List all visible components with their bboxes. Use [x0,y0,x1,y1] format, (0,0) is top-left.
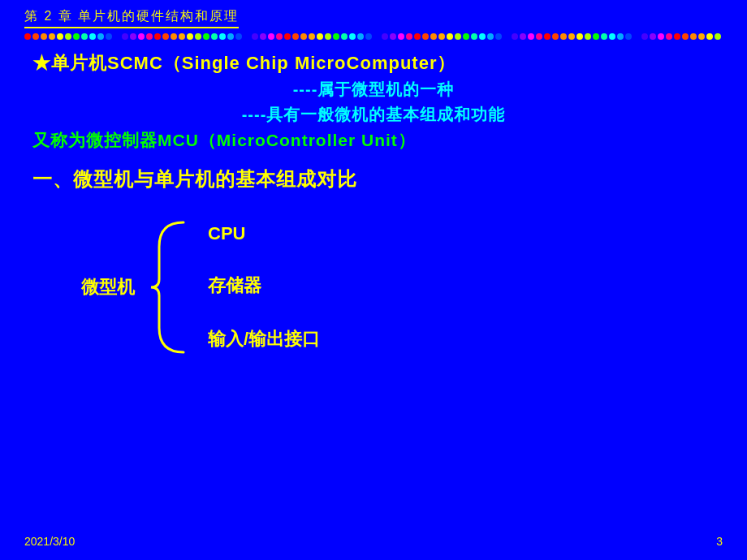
dot [244,33,250,40]
dot [162,33,169,40]
dot [114,33,120,40]
dot [187,33,193,40]
slide-title: 第 2 章 单片机的硬件结构和原理 [24,8,239,28]
dot [138,33,145,40]
dot [438,33,445,40]
dot [576,33,583,40]
dot [406,33,412,40]
dot [471,33,477,40]
dot [227,33,234,40]
dot [641,33,648,40]
dot [528,33,534,40]
dot [219,33,226,40]
dot [203,33,209,40]
dot [666,33,672,40]
dot [609,33,615,40]
dot [463,33,469,40]
title-bar: 第 2 章 单片机的硬件结构和原理 [24,8,723,28]
dot [365,33,372,40]
dot [520,33,526,40]
dot [625,33,632,40]
dot [57,33,63,40]
dot [106,33,112,40]
dot [715,33,721,40]
right-items: CPU 存储器 输入/输出接口 [208,209,320,366]
dot [422,33,429,40]
dot [585,33,591,40]
dot [601,33,607,40]
dot [552,33,559,40]
dots-row [24,33,723,40]
diagram-area: 微型机 CPU 存储器 输入/输出接口 [81,209,715,366]
dot [154,33,161,40]
dot [276,33,283,40]
dot [674,33,680,40]
dot [544,33,551,40]
dot [536,33,542,40]
dot [32,33,39,40]
slide: 第 2 章 单片机的硬件结构和原理 ★单片机SCMC（Single Chip M… [0,0,747,560]
main-content: ★单片机SCMC（Single Chip MicroComputer） ----… [24,51,723,366]
dot [97,33,104,40]
dot [89,33,96,40]
dot [447,33,453,40]
item-cpu: CPU [208,209,320,259]
dot [341,33,348,40]
brace-icon [143,214,192,360]
dot [195,33,201,40]
dot [49,33,55,40]
dot [171,33,177,40]
dot [382,33,388,40]
dot [650,33,656,40]
dot [495,33,502,40]
dot [41,33,47,40]
dot [325,33,331,40]
dot [81,33,88,40]
dot [487,33,494,40]
dot [398,33,404,40]
dot [617,33,624,40]
dot [593,33,599,40]
dot [309,33,315,40]
dot [235,33,242,40]
dot [430,33,437,40]
dot [690,33,697,40]
dot [268,33,274,40]
dot [300,33,307,40]
dot [374,33,380,40]
dot [390,33,396,40]
item-io: 输入/输出接口 [208,312,320,366]
dot [146,33,153,40]
dot [568,33,575,40]
dot [349,33,356,40]
dot [698,33,705,40]
line2: ----属于微型机的一种 [32,79,715,101]
dot [414,33,421,40]
item-memory: 存储器 [208,259,320,312]
dot [317,33,323,40]
dot [179,33,185,40]
footer-page: 3 [716,535,723,548]
dot [292,33,299,40]
footer: 2021/3/10 3 [24,535,723,548]
dot [284,33,291,40]
line3: ----具有一般微机的基本组成和功能 [32,104,715,126]
micro-label: 微型机 [81,275,135,299]
dot [65,33,71,40]
dot [260,33,266,40]
line4: 又称为微控制器MCU（MicroController Unit） [32,129,715,152]
dot [24,33,31,40]
dot [658,33,664,40]
dot [503,33,510,40]
dot [479,33,486,40]
dot [455,33,461,40]
dot [252,33,258,40]
dot [512,33,518,40]
dot [333,33,339,40]
dot [633,33,640,40]
dot [73,33,80,40]
dot [130,33,136,40]
dot [560,33,567,40]
dot [211,33,218,40]
dot [122,33,128,40]
